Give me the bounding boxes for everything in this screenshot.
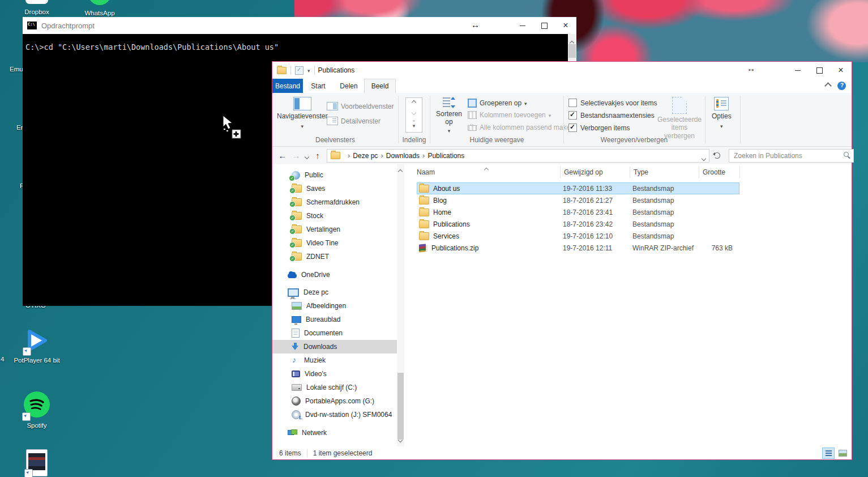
sidebar-item-partial[interactable] xyxy=(272,440,397,446)
scroll-up-icon[interactable] xyxy=(398,169,403,174)
help-icon[interactable] xyxy=(837,82,846,90)
column-header-grootte[interactable]: Grootte xyxy=(703,168,725,176)
sidebar-item-onedrive[interactable]: OneDrive xyxy=(272,268,397,282)
options-button[interactable]: Opties xyxy=(712,97,732,130)
tab-delen[interactable]: Delen xyxy=(333,79,364,93)
sidebar-item-dvd-rw-j[interactable]: Dvd-rw-station (J:) SFM0064 xyxy=(272,408,397,421)
scrollbar-thumb[interactable] xyxy=(568,44,576,58)
navigation-pane-button[interactable]: Navigatievenster xyxy=(277,97,327,130)
scroll-up-icon[interactable] xyxy=(412,100,416,105)
scroll-down-icon[interactable] xyxy=(412,110,416,114)
checkbox-selectievakjes[interactable]: Selectievakjes voor items xyxy=(568,99,657,107)
computer-icon xyxy=(288,288,299,297)
group-caption: Huidige weergave xyxy=(430,136,563,144)
ribbon-divider xyxy=(740,96,741,143)
close-button[interactable] xyxy=(555,17,576,34)
column-header-type[interactable]: Type xyxy=(634,168,648,176)
minimize-ribbon-icon[interactable] xyxy=(824,82,832,90)
fit-columns-icon xyxy=(468,124,477,131)
sidebar-item-lokale-schijf-c[interactable]: Lokale schijf (C:) xyxy=(272,381,397,394)
column-divider[interactable] xyxy=(630,167,630,178)
sidebar-item-vertalingen[interactable]: Vertalingen xyxy=(272,223,397,236)
column-divider[interactable] xyxy=(739,167,740,178)
tab-beeld[interactable]: Beeld xyxy=(364,79,396,93)
desktop-icon-media-file[interactable] xyxy=(12,449,61,477)
sidebar-item-videos[interactable]: Video's xyxy=(272,367,397,381)
folder-icon xyxy=(419,185,429,193)
desktop-icon-potplayer[interactable]: PotPlayer 64 bit xyxy=(12,329,61,364)
sidebar-item-portableapps-g[interactable]: PortableApps.com (G:) xyxy=(272,394,397,408)
sidebar-item-downloads[interactable]: Downloads xyxy=(272,340,397,354)
customize-toolbar-caret-icon[interactable] xyxy=(307,66,310,74)
file-row-services[interactable]: Services 19-7-2016 12:10 Bestandsmap xyxy=(417,230,739,242)
sidebar-item-deze-pc[interactable]: Deze pc xyxy=(272,286,397,299)
address-dropdown-caret-icon[interactable] xyxy=(702,154,705,162)
group-by-button[interactable]: Groeperen op xyxy=(468,99,527,108)
breadcrumb-publications[interactable]: Publications xyxy=(427,152,464,160)
sidebar-item-bureaublad[interactable]: Bureaublad xyxy=(272,313,397,326)
sidebar-item-afbeeldingen[interactable]: Afbeeldingen xyxy=(272,299,397,313)
recent-locations-caret-icon[interactable] xyxy=(303,151,311,160)
tab-start[interactable]: Start xyxy=(303,79,333,93)
navigation-pane-scrollbar[interactable] xyxy=(397,164,404,446)
sidebar-item-stock[interactable]: Stock xyxy=(272,209,397,223)
file-row-publications[interactable]: Publications 18-7-2016 23:42 Bestandsmap xyxy=(417,218,739,230)
folder-icon xyxy=(419,208,429,216)
dvd-drive-icon xyxy=(292,410,301,419)
sidebar-item-documenten[interactable]: Documenten xyxy=(272,326,397,340)
scroll-down-icon[interactable] xyxy=(398,438,403,442)
breadcrumb-downloads[interactable]: Downloads xyxy=(386,152,420,160)
file-row-home[interactable]: Home 18-7-2016 23:41 Bestandsmap xyxy=(417,206,739,218)
sidebar-item-saves[interactable]: Saves xyxy=(272,182,397,195)
column-header-naam[interactable]: Naam xyxy=(417,168,435,176)
minimize-button[interactable] xyxy=(787,62,809,79)
address-bar[interactable]: Deze pc Downloads Publications xyxy=(327,149,709,163)
back-button[interactable]: ← xyxy=(276,151,289,160)
details-view-button[interactable] xyxy=(822,448,835,459)
fit-columns-button[interactable]: Alle kolommen passend maken xyxy=(468,123,574,131)
breadcrumb-deze-pc[interactable]: Deze pc xyxy=(353,152,378,160)
desktop-icon-spotify[interactable]: Spotify xyxy=(12,391,61,429)
file-row-about-us[interactable]: About us 19-7-2016 11:33 Bestandsmap xyxy=(417,182,739,194)
dropdown-caret-icon xyxy=(720,122,723,130)
search-box[interactable]: Zoeken in Publications xyxy=(729,149,854,163)
sidebar-item-schermafdrukken[interactable]: Schermafdrukken xyxy=(272,195,397,209)
synced-folder-icon xyxy=(292,253,302,261)
hide-selected-items-button[interactable]: Geselecteerde items verbergen xyxy=(656,97,703,140)
sidebar-item-public[interactable]: Public xyxy=(272,168,397,182)
preview-pane-button[interactable]: Voorbeeldvenster xyxy=(327,102,394,110)
thumbnails-view-button[interactable] xyxy=(836,448,849,459)
sidebar-item-video-tine[interactable]: Video Tine xyxy=(272,236,397,250)
desktop-icon-label: PotPlayer 64 bit xyxy=(12,357,61,364)
details-pane-button[interactable]: Detailvenster xyxy=(327,117,380,125)
column-divider[interactable] xyxy=(699,167,699,178)
sidebar-item-muziek[interactable]: Muziek xyxy=(272,354,397,367)
scrollbar-thumb[interactable] xyxy=(397,373,404,440)
checkbox-verborgen-items[interactable]: Verborgen items xyxy=(568,123,630,132)
close-button[interactable] xyxy=(830,62,852,79)
column-divider[interactable] xyxy=(560,167,561,178)
tab-bestand[interactable]: Bestand xyxy=(272,79,303,93)
layout-list-box[interactable] xyxy=(405,97,422,133)
forward-button[interactable]: → xyxy=(289,151,303,160)
maximize-button[interactable] xyxy=(533,17,555,34)
checkbox-bestandsnaamextensies[interactable]: Bestandsnaamextensies xyxy=(568,111,655,120)
sort-by-button[interactable]: Sorteren op xyxy=(433,97,465,134)
more-layouts-icon[interactable] xyxy=(413,121,416,129)
desktop-icon-dropbox[interactable]: Dropbox xyxy=(12,0,61,15)
column-header-gewijzigd-op[interactable]: Gewijzigd op xyxy=(564,168,603,176)
refresh-button[interactable] xyxy=(709,152,724,159)
sidebar-item-label: OneDrive xyxy=(301,271,330,279)
file-row-publications-zip[interactable]: Publications.zip 19-7-2016 12:11 WinRAR … xyxy=(417,242,739,254)
up-button[interactable]: ↑ xyxy=(311,151,324,160)
checkbox-icon xyxy=(568,111,577,120)
desktop-icon-whatsapp[interactable]: WhatsApp xyxy=(75,0,124,16)
minimize-button[interactable] xyxy=(512,17,533,34)
add-columns-button[interactable]: Kolommen toevoegen xyxy=(468,111,551,119)
maximize-button[interactable] xyxy=(809,62,830,79)
file-modified-cell: 18-7-2016 21:27 xyxy=(563,197,632,205)
sidebar-item-netwerk[interactable]: Netwerk xyxy=(272,426,397,440)
properties-icon[interactable] xyxy=(295,66,303,75)
sidebar-item-zdnet[interactable]: ZDNET xyxy=(272,250,397,263)
file-row-blog[interactable]: Blog 18-7-2016 21:27 Bestandsmap xyxy=(417,194,739,206)
